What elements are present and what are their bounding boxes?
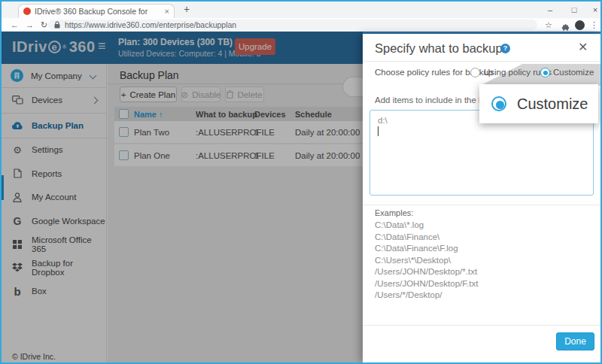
column-header-name[interactable]: Name ↑ [134, 107, 163, 121]
customize-radio[interactable] [540, 68, 550, 77]
divider [108, 83, 363, 84]
logo-text: IDriv [12, 38, 47, 56]
devices-count: 1 [254, 121, 259, 143]
select-all-checkbox[interactable] [119, 109, 129, 119]
text-cursor [378, 126, 379, 136]
plus-icon: + [121, 90, 126, 99]
column-header-what[interactable]: What to backup [196, 107, 257, 121]
google-g-icon: G [11, 215, 24, 227]
window-maximize-button[interactable]: □ [564, 2, 584, 18]
chevron-down-icon [90, 72, 97, 80]
logo-360: 360 [69, 38, 96, 56]
what-to-backup: :ALLUSERPROFILE [196, 144, 275, 166]
what-to-backup: :ALLUSERPROFILE [196, 121, 275, 143]
forward-icon[interactable]: → [26, 18, 34, 32]
sidebar-item-label: My Company [31, 71, 82, 80]
back-icon[interactable]: ← [11, 18, 19, 32]
sidebar-item-reports[interactable]: Reports [2, 162, 107, 185]
column-header-schedule[interactable]: Schedule [295, 107, 332, 121]
window-minimize-button[interactable]: – [540, 2, 560, 18]
sidebar-item-microsoft-office-365[interactable]: Microsoft Office 365 [2, 233, 107, 256]
example-path: C:\Users\*\Desktop\ [375, 255, 478, 267]
upgrade-button[interactable]: Upgrade [235, 38, 275, 55]
example-path: C:\Data\Finance\F.log [375, 243, 478, 255]
sidebar-item-label: Backup for Dropbox [32, 259, 107, 277]
devices-count: 1 [254, 144, 259, 166]
delete-button[interactable]: Delete [225, 86, 264, 102]
page-title: Backup Plan [120, 69, 179, 81]
sidebar-item-label: Backup Plan [32, 121, 84, 130]
gear-icon: ⚙ [11, 144, 24, 156]
box-b-icon: b [11, 285, 24, 297]
profile-avatar[interactable] [575, 20, 585, 30]
new-tab-button[interactable]: + [184, 3, 190, 15]
example-path: C:\Data\Finance\ [375, 232, 478, 244]
divider [363, 325, 600, 326]
office-365-grid-icon [11, 238, 24, 250]
table-row[interactable]: Plan One :ALLUSERPROFILE 1 Daily at 20:0… [114, 144, 363, 166]
browser-menu-icon[interactable]: ⋮ [590, 18, 598, 32]
example-path: /Users/*/Desktop/ [375, 290, 478, 302]
disable-icon: ⊘ [181, 89, 189, 100]
trash-icon [227, 90, 233, 99]
sidebar-item-google-workspace[interactable]: G Google Workspace [2, 209, 107, 233]
logo-registered-mark: ® [62, 44, 67, 50]
devices-icon [11, 94, 24, 106]
schedule: Daily at 20:00:00 [295, 121, 360, 143]
reports-document-icon [11, 168, 24, 180]
sidebar-item-devices[interactable]: Devices [2, 87, 107, 113]
dropbox-icon [11, 262, 24, 274]
sidebar-item-my-company[interactable]: My Company [2, 64, 107, 87]
disable-button[interactable]: ⊘ Disable [181, 86, 220, 102]
hamburger-menu-icon[interactable]: ≡ [98, 38, 106, 54]
customize-radio-label[interactable]: Customize [553, 68, 594, 77]
sidebar-item-box[interactable]: b Box [2, 279, 107, 303]
table-row[interactable]: Plan Two :ALLUSERPROFILE 1 Daily at 20:0… [114, 121, 363, 143]
copyright-text: © IDrive Inc. [12, 352, 56, 361]
example-path: /Users/JOHN/Desktop/*.txt [375, 266, 478, 278]
customize-radio-zoomed [491, 96, 506, 111]
specify-backup-panel: Specify what to backup ? ✕ Choose policy… [363, 34, 600, 362]
sidebar-item-label: Google Workspace [32, 217, 105, 226]
sidebar-item-backup-for-dropbox[interactable]: Backup for Dropbox [2, 256, 107, 279]
browser-tab-strip: IDrive® 360 Backup Console for × + – □ × [2, 2, 600, 18]
sidebar-item-my-account[interactable]: My Account [2, 185, 107, 209]
bookmark-star-icon[interactable]: ☆ [545, 18, 552, 32]
sidebar-item-backup-plan[interactable]: Backup Plan [2, 113, 107, 138]
company-icon [11, 69, 23, 82]
tab-close-icon[interactable]: × [165, 7, 169, 16]
search-input-fragment[interactable] [342, 77, 363, 97]
main-content: Backup Plan + Create Plan ⊘ Disable Dele… [108, 64, 363, 362]
padlock-icon [54, 21, 60, 29]
logo-e-mark: e [48, 41, 61, 53]
url-text: https://www.idrive360.com/enterprise/bac… [65, 20, 236, 29]
sidebar-item-label: Box [32, 287, 47, 296]
customize-magnifier-callout: Customize [479, 84, 598, 123]
sidebar-item-label: Microsoft Office 365 [32, 235, 107, 253]
examples-list: C:\Data\*.log C:\Data\Finance\ C:\Data\F… [375, 220, 478, 302]
sidebar: My Company Devices Backup Plan ⚙ Setting… [2, 64, 107, 362]
using-policy-rules-radio[interactable] [470, 68, 480, 77]
sidebar-item-label: Devices [32, 96, 62, 105]
divider [363, 205, 600, 205]
window-close-button[interactable]: × [585, 2, 602, 18]
plan-name: Plan Two [134, 121, 169, 143]
url-bar[interactable]: https://www.idrive360.com/enterprise/bac… [48, 20, 537, 30]
person-icon [11, 191, 24, 203]
reload-icon[interactable]: ↻ [41, 18, 47, 32]
browser-toolbar: ← → ↻ https://www.idrive360.com/enterpri… [2, 18, 600, 32]
sidebar-item-settings[interactable]: ⚙ Settings [2, 138, 107, 162]
idrive-360-logo: IDrive®360 [12, 38, 96, 56]
sort-up-icon: ↑ [159, 110, 163, 119]
example-path: /Users/JOHN/Desktop/F.txt [375, 278, 478, 290]
row-checkbox[interactable] [119, 150, 129, 160]
sidebar-item-label: My Account [32, 193, 76, 202]
create-plan-button[interactable]: + Create Plan [120, 86, 177, 102]
row-checkbox[interactable] [119, 127, 129, 137]
browser-tab[interactable]: IDrive® 360 Backup Console for × [18, 4, 175, 18]
plan-name: Plan One [134, 144, 170, 166]
done-button[interactable]: Done [556, 332, 594, 350]
column-header-devices[interactable]: Devices [254, 107, 286, 121]
table-header: Name ↑ What to backup Devices Schedule [114, 107, 363, 121]
customize-zoomed-label: Customize [517, 96, 588, 113]
